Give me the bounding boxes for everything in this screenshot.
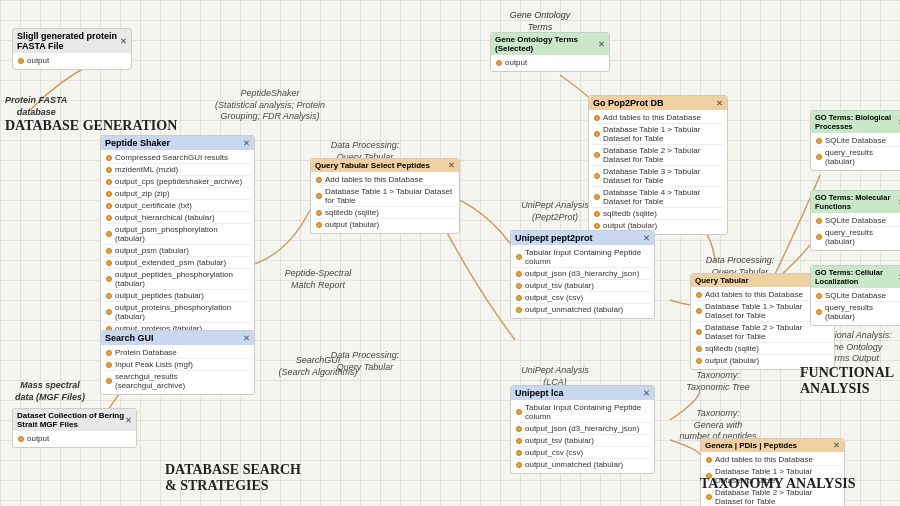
upp-row-3: output_tsv (tabular): [514, 280, 651, 292]
go-bio-title: GO Terms: Biological Processes: [815, 113, 898, 131]
go-terms-title: Gene Ontology Terms (Selected): [495, 35, 598, 53]
peptideshaker-close[interactable]: ✕: [243, 139, 250, 148]
go-pop2prot-close[interactable]: ✕: [716, 99, 723, 108]
unipept-lca-title: Unipept lca: [515, 388, 564, 398]
searchgui-node: Search GUI ✕ Protein Database Input Peak…: [100, 330, 255, 395]
go-mol-row-1: SQLite Database: [814, 215, 900, 227]
qts-row-3: sqlitedb (sqlite): [314, 207, 456, 219]
upp-row-4: output_csv (csv): [514, 292, 651, 304]
unipept-lca-header: Unipept lca ✕: [511, 386, 654, 400]
sligll-port: [18, 58, 24, 64]
go-cell-title: GO Terms: Cellular Localization: [815, 268, 898, 286]
database-generation-label: Database Generation: [5, 118, 177, 134]
go-mol-node: GO Terms: Molecular Functions ✕ SQLite D…: [810, 190, 900, 251]
functional-analysis-label: Functional Analysis: [800, 365, 900, 397]
upp-row-5: output_unmatched (tabular): [514, 304, 651, 315]
ul-row-4: output_csv (csv): [514, 447, 651, 459]
dataset-close[interactable]: ✕: [125, 416, 132, 425]
ul-row-5: output_unmatched (tabular): [514, 459, 651, 470]
upp-row-1: Tabular Input Containing Peptide column: [514, 247, 651, 268]
data-proc-query-label-2: Data Processing:Query Tabular: [310, 350, 420, 373]
gp-row-5: Database Table 4 > Tabular Dataset for T…: [592, 187, 724, 208]
query-tabular-select-node: Query Tabular Select Peptides ✕ Add tabl…: [310, 158, 460, 234]
sligll-output-label: output: [27, 56, 49, 65]
sg-row-1: Protein Database: [104, 347, 251, 359]
ul-row-2: output_json (d3_hierarchy_json): [514, 423, 651, 435]
taxonomy-tree-annot: Taxonomy:Taxonomic Tree: [668, 370, 768, 393]
searchgui-title: Search GUI: [105, 333, 154, 343]
ps-row-7: output_psm_phosphorylation (tabular): [104, 224, 251, 245]
dataset-collection-title: Dataset Collection of Bering Strait MGF …: [17, 411, 125, 429]
gp-row-6: sqlitedb (sqlite): [592, 208, 724, 220]
query-tabular-select-header: Query Tabular Select Peptides ✕: [311, 159, 459, 172]
ps-row-1: Compressed SearchGUI results: [104, 152, 251, 164]
ps-row-4: output_zip (zip): [104, 188, 251, 200]
genera-pdis-close[interactable]: ✕: [833, 441, 840, 450]
go-cell-header: GO Terms: Cellular Localization ✕: [811, 266, 900, 288]
go-pop2prot-header: Go Pop2Prot DB ✕: [589, 96, 727, 110]
unipept-lca-node: Unipept lca ✕ Tabular Input Containing P…: [510, 385, 655, 474]
query-tabular-right-title: Query Tabular: [695, 276, 749, 285]
go-cell-row-2: query_results (tabular): [814, 302, 900, 322]
peptide-spectral-annot: Peptide-SpectralMatch Report: [268, 268, 368, 291]
sligll-close[interactable]: ✕: [120, 37, 127, 46]
dataset-collection-header: Dataset Collection of Bering Strait MGF …: [13, 409, 136, 431]
ul-row-3: output_tsv (tabular): [514, 435, 651, 447]
ps-row-3: output_cps (peptideshaker_archive): [104, 176, 251, 188]
go-cell-row-1: SQLite Database: [814, 290, 900, 302]
searchgui-header: Search GUI ✕: [101, 331, 254, 345]
go-bio-node: GO Terms: Biological Processes ✕ SQLite …: [810, 110, 900, 171]
gp-row-3: Database Table 2 > Tabular Dataset for T…: [592, 145, 724, 166]
sg-row-3: searchgui_results (searchgui_archive): [104, 371, 251, 391]
gp-row-2: Database Table 1 > Tabular Dataset for T…: [592, 124, 724, 145]
genera-pdis-node: Genera | PDIs | Peptides ✕ Add tables to…: [700, 438, 845, 506]
sligll-header: Sligll generated protein FASTA File ✕: [13, 29, 131, 53]
ps-row-6: output_hierarchical (tabular): [104, 212, 251, 224]
go-pop2prot-node: Go Pop2Prot DB ✕ Add tables to this Data…: [588, 95, 728, 235]
unipept-pept2prot-title: Unipept pept2prot: [515, 233, 593, 243]
sligll-title: Sligll generated protein FASTA File: [17, 31, 120, 51]
unipept-lca-close[interactable]: ✕: [643, 389, 650, 398]
unipept-pept2prot-close[interactable]: ✕: [643, 234, 650, 243]
dataset-output-row: output: [16, 433, 133, 444]
taxonomy-analysis-label: Taxonomy Analysis: [700, 476, 855, 492]
unipept-pept2prot-node: Unipept pept2prot ✕ Tabular Input Contai…: [510, 230, 655, 319]
go-bio-row-1: SQLite Database: [814, 135, 900, 147]
qts-row-4: output (tabular): [314, 219, 456, 230]
go-pop2prot-title: Go Pop2Prot DB: [593, 98, 664, 108]
gene-ontology-terms-node: Gene Ontology Terms (Selected) ✕ output: [490, 32, 610, 72]
gen-row-1: Add tables to this Database: [704, 454, 841, 466]
ps-row-9: output_extended_psm (tabular): [104, 257, 251, 269]
go-terms-header: Gene Ontology Terms (Selected) ✕: [491, 33, 609, 55]
peptideshaker-title: Peptide Shaker: [105, 138, 170, 148]
qtr-row-4: sqlitedb (sqlite): [694, 343, 831, 355]
dataset-collection-node: Dataset Collection of Bering Strait MGF …: [12, 408, 137, 448]
database-search-label: Database Search& Strategies: [165, 462, 301, 494]
go-terms-close[interactable]: ✕: [598, 40, 605, 49]
ps-row-12: output_proteins_phosphorylation (tabular…: [104, 302, 251, 323]
ul-row-1: Tabular Input Containing Peptide column: [514, 402, 651, 423]
gp-row-1: Add tables to this Database: [592, 112, 724, 124]
qts-row-2: Database Table 1 > Tabular Dataset for T…: [314, 186, 456, 207]
sligll-output-row: output: [16, 55, 128, 66]
mass-spectral-label: Mass spectraldata (MGF Files): [5, 380, 95, 403]
go-bio-row-2: query_results (tabular): [814, 147, 900, 167]
go-mol-row-2: query_results (tabular): [814, 227, 900, 247]
ps-row-5: output_certificate (txt): [104, 200, 251, 212]
query-tabular-select-close[interactable]: ✕: [448, 161, 455, 170]
go-bio-header: GO Terms: Biological Processes ✕: [811, 111, 900, 133]
ps-row-2: mzidentML (mzid): [104, 164, 251, 176]
go-cell-node: GO Terms: Cellular Localization ✕ SQLite…: [810, 265, 900, 326]
searchgui-close[interactable]: ✕: [243, 334, 250, 343]
query-tabular-select-title: Query Tabular Select Peptides: [315, 161, 430, 170]
gp-row-4: Database Table 3 > Tabular Dataset for T…: [592, 166, 724, 187]
peptideshaker-header: Peptide Shaker ✕: [101, 136, 254, 150]
sligll-node: Sligll generated protein FASTA File ✕ ou…: [12, 28, 132, 70]
peptideshaker-node: Peptide Shaker ✕ Compressed SearchGUI re…: [100, 135, 255, 338]
unipept-pept2prot-header: Unipept pept2prot ✕: [511, 231, 654, 245]
genera-pdis-title: Genera | PDIs | Peptides: [705, 441, 797, 450]
go-mol-title: GO Terms: Molecular Functions: [815, 193, 898, 211]
ps-row-8: output_psm (tabular): [104, 245, 251, 257]
peptideshaker-annot: PeptideShaker(Statistical analysis; Prot…: [200, 88, 340, 123]
go-terms-output-row: output: [494, 57, 606, 68]
